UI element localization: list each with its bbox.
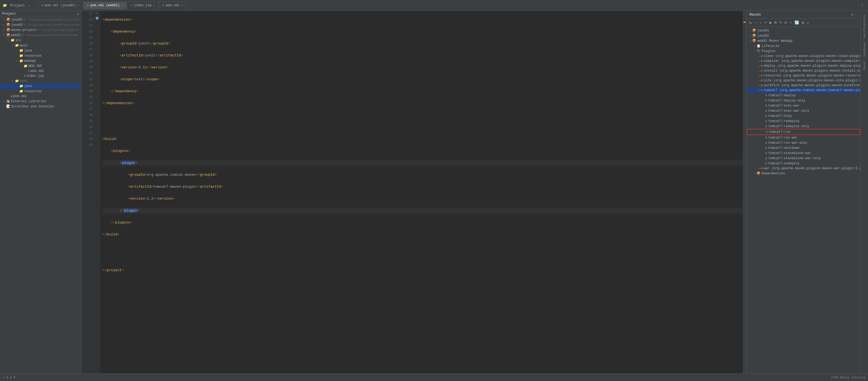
maven-item-tomcat7-run[interactable]: ⚙ tomcat7:run [747,129,860,135]
sidebar-item-web-inf[interactable]: 📁 WEB-INF [0,63,81,69]
sidebar-item-java02[interactable]: 📦 java02 D:/DingJiaxiong/IdeaProjects/Ma [0,22,81,27]
sidebar-item-resources-test[interactable]: 📁 resources [0,89,81,94]
folder-icon: 📁 [19,89,23,93]
maven-item-tomcat7-deploy-only[interactable]: ⚙ tomcat7:deploy-only [747,98,860,103]
rail-label-notifications[interactable]: Notifications [862,13,867,39]
maven-item-web01[interactable]: 📦 web01 Maven Webapp [747,38,860,43]
module-icon: 📦 [6,28,10,32]
maven-item-tomcat7-undeploy[interactable]: ⚙ tomcat7:undeploy [747,161,860,166]
more-options-button[interactable]: ⋮ [859,2,865,8]
maven-m-button[interactable]: m [774,20,777,26]
maven-item-tomcat7-deploy[interactable]: ⚙ tomcat7:deploy [747,93,860,98]
maven-item-tomcat7-redeploy-only[interactable]: ⚙ tomcat7:redeploy-only [747,124,860,129]
tab-index-jsp[interactable]: J index.jsp ✕ [127,2,158,9]
sidebar-item-pom-xml[interactable]: m pom.xml [0,94,81,99]
sidebar-item-web-xml[interactable]: X web.xml [0,69,81,73]
maven-label-lifecycle: Lifecycle [762,44,779,48]
tab-pom-web01[interactable]: m pom.xml (web01) ✕ [84,2,127,9]
maven-open-button[interactable]: ↗ [806,20,809,26]
sidebar-label-resources: resources [24,54,42,58]
maven-item-clean[interactable]: m clean (org.apache.maven.plugins:maven-… [747,54,860,59]
sidebar-item-java-test[interactable]: 📁 java [0,84,81,89]
tab-pom-java02[interactable]: m pom.xml (java02) ✕ [38,2,83,9]
maven-item-tomcat7[interactable]: m tomcat7 (org.apache.tomcat.maven:tomca… [747,88,860,93]
sidebar-item-maven-project[interactable]: 📦 maven-project D:/DingJiaxiong/IdeaPro [0,27,81,33]
maven-item-tomcat7-run-war[interactable]: ⚙ tomcat7:run-war [747,135,860,140]
maven-item-plugins[interactable]: 🔌 Plugins [747,49,860,54]
chevron-icon [6,39,10,42]
maven-settings2-button[interactable]: ⚙ [801,20,805,26]
sidebar-item-webapp[interactable]: 📁 webapp [0,58,81,63]
maven-item-site[interactable]: m site (org.apache.maven.plugins:maven-s… [747,78,860,83]
maven-item-tomcat7-standalone-war[interactable]: ⚙ tomcat7:standalone-war [747,151,860,156]
chevron-icon [2,34,5,37]
maven-item-deploy[interactable]: m deploy (org.apache.maven.plugins:maven… [747,63,860,68]
plugin-icon: m [761,89,763,92]
maven-item-lifecycle[interactable]: 📋 Lifecycle [747,43,860,49]
sidebar-item-test[interactable]: 📁 test [0,78,81,84]
maven-run-button[interactable]: ▶ [769,20,772,26]
editor-tabs: m pom.xml (java02) ✕ m pom.xml (web01) ✕… [38,2,857,9]
module-icon: 📦 [752,39,756,43]
maven-item-dependencies[interactable]: 📦 Dependencies [747,171,860,176]
sidebar-gear-icon[interactable]: ⚙ [77,12,79,16]
maven-refresh-button[interactable]: ↻ [749,20,752,26]
maven-sync-button[interactable]: ↔ [789,20,792,26]
maven-item-install[interactable]: m install (org.apache.maven.plugins:mave… [747,68,860,73]
maven-item-resources[interactable]: m resources (org.apache.maven.plugins:ma… [747,73,860,78]
maven-skip-button[interactable]: ≡ [779,20,782,26]
sidebar-item-scratches[interactable]: 📝 Scratches and Consoles [0,104,81,109]
maven-settings-icon[interactable]: ⚙ [851,12,853,17]
project-dropdown[interactable]: 📁 Project ▾ [3,3,30,8]
maven-more-icon[interactable]: ⋮ [854,12,858,17]
maven-item-surefire[interactable]: m surefire (org.apache.maven.plugins:mav… [747,83,860,88]
sidebar-item-java01[interactable]: 📦 java01 D:/DingJiaxiong/IdeaProjects/Ma [0,17,81,22]
status-bar: ⚠ 2 ▲ ▼ CSDN @Ding Jiaxiong [0,373,868,381]
sidebar-item-index-jsp[interactable]: J index.jsp [0,73,81,78]
sidebar-item-main[interactable]: 📁 main [0,43,81,48]
chevron-icon [757,64,761,67]
tab-close-web-xml[interactable]: ✕ [181,4,183,7]
warning-down-icon: ▼ [13,376,16,379]
maven-item-tomcat7-exec-war-only[interactable]: ⚙ tomcat7:exec-war-only [747,108,860,113]
maven-item-war[interactable]: m war (org.apache.maven.plugins:maven-wa… [747,166,860,171]
maven-item-compiler[interactable]: m compiler (org.apache.maven.plugins:mav… [747,59,860,63]
maven-label-tomcat7-redeploy-only: tomcat7:redeploy-only [768,124,809,128]
maven-label-tomcat7: tomcat7 (org.apache.tomcat.maven:tomcat7… [764,88,860,92]
code-editor[interactable]: <dependencies> <dependency> <groupId>jun… [100,11,743,373]
rail-label-database[interactable]: Database [862,41,867,58]
tab-web-xml[interactable]: X web.xml ✕ [159,2,186,9]
tab-close-pom-java02[interactable]: ✕ [78,4,79,7]
warning-marker: ⚠ [95,11,97,15]
maven-item-tomcat7-redeploy[interactable]: ⚙ tomcat7:redeploy [747,119,860,124]
sidebar-item-src[interactable]: 📁 src [0,38,81,43]
maven-download-button[interactable]: ↓ [759,20,762,26]
sidebar-item-external-libs[interactable]: 📚 External Libraries [0,99,81,104]
maven-toggle-button[interactable]: ⊙ [784,20,787,26]
maven-item-tomcat7-exec-war[interactable]: ⚙ tomcat7:exec-war [747,103,860,108]
maven-item-tomcat7-run-war-only[interactable]: ⚙ tomcat7:run-war-only [747,140,860,145]
maven-plus-button[interactable]: + [764,20,767,26]
sidebar-item-resources[interactable]: 📁 resources [0,53,81,58]
maven-item-tomcat7-help[interactable]: ⚙ tomcat7:help [747,113,860,119]
editor-scrollbar[interactable] [743,11,746,373]
tab-close-index-jsp[interactable]: ✕ [153,4,155,7]
project-icon: 📁 [3,3,7,8]
maven-label-tomcat7-standalone-war-only: tomcat7:standalone-war-only [768,156,821,160]
chevron-icon [757,167,761,170]
sidebar-item-java[interactable]: 📁 java [0,48,81,53]
chevron-icon [2,23,5,27]
tab-close-pom-web01[interactable]: ✕ [121,4,123,7]
maven-icon-2: m [87,4,89,7]
sidebar-label-external-libs: External Libraries [11,99,46,103]
chevron-icon [2,18,5,22]
maven-item-tomcat7-standalone-war-only[interactable]: ⚙ tomcat7:standalone-war-only [747,156,860,161]
maven-item-java02[interactable]: 📦 java02 [747,33,860,38]
maven-label-java02: java02 [757,34,769,38]
maven-reload-button[interactable]: 🔄 [794,20,800,26]
rail-label-maven[interactable]: Maven [862,60,867,71]
maven-add-button[interactable]: → [754,20,757,26]
sidebar-item-web01[interactable]: 📦 web01 D:/DingJiaxiong/IdeaProjects/Ma [0,33,81,38]
maven-item-tomcat7-shutdown[interactable]: ⚙ tomcat7:shutdown [747,145,860,151]
maven-item-java01[interactable]: 📦 java01 [747,28,860,33]
